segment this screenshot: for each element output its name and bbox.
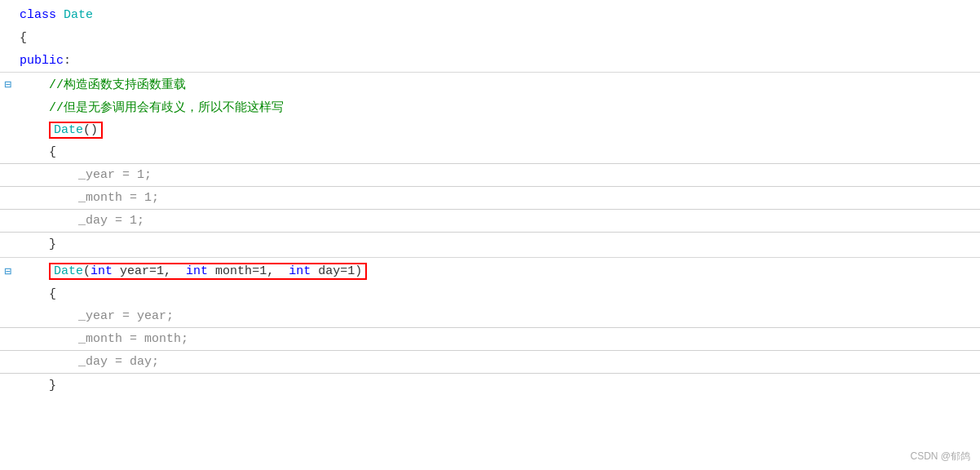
code-line-17: } (0, 374, 980, 397)
code-line-13: { (0, 282, 980, 305)
code-line-10: _day = 1; (0, 210, 980, 233)
line-content-3: public: (16, 54, 980, 68)
line-content-13: { (16, 287, 980, 301)
date-name-12: Date (54, 264, 83, 278)
param-year: year (113, 264, 149, 278)
code-line-3: public: (0, 49, 980, 72)
eq-year: =1, (149, 264, 186, 278)
brace-open-13: { (20, 287, 56, 301)
code-line-5: //但是无参调用会有歧义，所以不能这样写 (0, 95, 980, 118)
code-line-2: { (0, 26, 980, 49)
code-editor: class Date { public: ⊟ //构造函数支持函数重载 //但是… (0, 0, 980, 470)
line-content-10: _day = 1; (16, 214, 980, 228)
class-name: Date (64, 8, 93, 22)
line-content-5: //但是无参调用会有歧义，所以不能这样写 (16, 100, 980, 115)
line-content-15: _month = month; (16, 332, 980, 346)
code-line-1: class Date (0, 3, 980, 26)
code-line-8: _year = 1; (0, 164, 980, 187)
eq-day: =1) (340, 264, 362, 278)
code-line-4: ⊟ //构造函数支持函数重载 (0, 73, 980, 95)
param-month: month (208, 264, 252, 278)
line-content-8: _year = 1; (16, 168, 980, 182)
date-constructor-params-highlight: Date(int year=1, int month=1, int day=1) (49, 263, 367, 280)
kw-int-day: int (289, 264, 311, 278)
code-line-6: Date() (0, 118, 980, 141)
code-14b: year; (137, 309, 174, 323)
line-content-1: class Date (16, 8, 980, 22)
line-content-17: } (16, 379, 980, 392)
code-line-11: } (0, 233, 980, 255)
line-content-14: _year = year; (16, 309, 980, 323)
colon-3: : (64, 54, 71, 68)
line-content-2: { (16, 31, 980, 45)
parens-6: () (83, 123, 98, 137)
param-day: day (311, 264, 340, 278)
comment-5: //但是无参调用会有歧义，所以不能这样写 (20, 101, 284, 115)
comment-4: //构造函数支持函数重载 (20, 78, 186, 92)
kw-int-year: int (90, 264, 113, 278)
line-content-4: //构造函数支持函数重载 (16, 77, 980, 92)
gutter-4: ⊟ (0, 78, 16, 91)
code-15b: month; (144, 332, 188, 346)
kw-int-month: int (186, 264, 208, 278)
date-name-6: Date (54, 123, 83, 137)
brace-open-7: { (20, 145, 56, 159)
line-content-6: Date() (16, 122, 980, 139)
code-9: _month = 1; (20, 191, 159, 205)
brace-close-17: } (20, 379, 56, 392)
code-line-7: { (0, 141, 980, 164)
code-line-9: _month = 1; (0, 187, 980, 210)
code-line-15: _month = month; (0, 328, 980, 351)
brace-open: { (20, 31, 27, 45)
code-line-14: _year = year; (0, 305, 980, 328)
code-line-12: ⊟ Date(int year=1, int month=1, int day=… (0, 259, 980, 282)
date-constructor-highlight: Date() (49, 122, 103, 139)
eq-month: =1, (252, 264, 289, 278)
code-8: _year = 1; (20, 168, 152, 182)
code-15a: _month = (20, 332, 144, 346)
code-16a: _day = (20, 355, 130, 369)
line-content-16: _day = day; (16, 355, 980, 369)
code-14a: _year = (20, 309, 137, 323)
paren-open-12: ( (83, 264, 90, 278)
code-10: _day = 1; (20, 214, 144, 228)
keyword-class: class (20, 8, 56, 22)
brace-close-11: } (20, 237, 56, 251)
keyword-public: public (20, 54, 64, 68)
gutter-12: ⊟ (0, 264, 16, 278)
watermark: CSDN @郁鸽 (910, 450, 970, 463)
line-content-7: { (16, 145, 980, 159)
line-content-11: } (16, 237, 980, 251)
line-content-9: _month = 1; (16, 191, 980, 205)
line-content-12: Date(int year=1, int month=1, int day=1) (16, 263, 980, 280)
code-16b: day; (130, 355, 159, 369)
code-line-16: _day = day; (0, 351, 980, 374)
